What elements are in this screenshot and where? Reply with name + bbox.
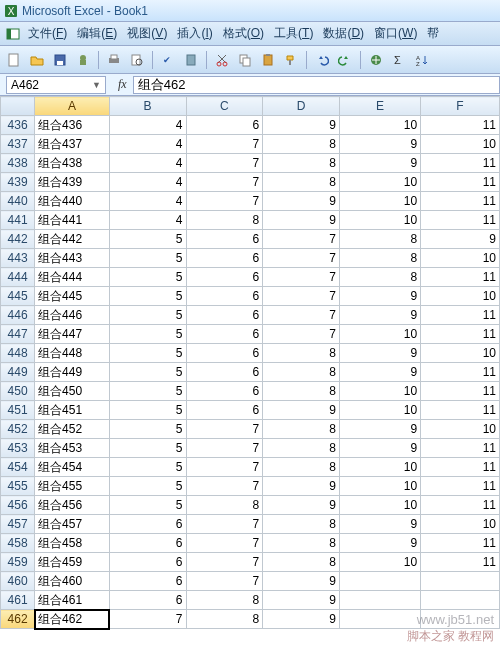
cell[interactable]: 8: [263, 458, 340, 477]
cell[interactable]: 8: [263, 154, 340, 173]
cell[interactable]: 5: [109, 268, 186, 287]
cell[interactable]: 6: [186, 230, 263, 249]
cell[interactable]: 10: [421, 287, 500, 306]
cell[interactable]: 组合440: [35, 192, 110, 211]
menu-insert[interactable]: 插入(I): [173, 23, 216, 44]
cell[interactable]: 组合455: [35, 477, 110, 496]
cell[interactable]: 8: [263, 382, 340, 401]
cell[interactable]: 9: [263, 591, 340, 610]
row-header[interactable]: 461: [1, 591, 35, 610]
row-header[interactable]: 446: [1, 306, 35, 325]
cell[interactable]: 6: [186, 287, 263, 306]
cell[interactable]: 10: [340, 382, 421, 401]
cell[interactable]: 8: [263, 135, 340, 154]
cell[interactable]: 6: [186, 116, 263, 135]
cell[interactable]: 5: [109, 420, 186, 439]
cell[interactable]: 组合449: [35, 363, 110, 382]
cell[interactable]: 组合457: [35, 515, 110, 534]
cell[interactable]: 组合438: [35, 154, 110, 173]
row-header[interactable]: 437: [1, 135, 35, 154]
row-header[interactable]: 453: [1, 439, 35, 458]
copy-icon[interactable]: [235, 50, 255, 70]
row-header[interactable]: 459: [1, 553, 35, 572]
cell[interactable]: 8: [263, 420, 340, 439]
cell[interactable]: 5: [109, 382, 186, 401]
row-header[interactable]: 450: [1, 382, 35, 401]
cell[interactable]: 9: [340, 287, 421, 306]
cell[interactable]: 11: [421, 116, 500, 135]
cell[interactable]: 9: [340, 420, 421, 439]
cell[interactable]: 7: [263, 306, 340, 325]
cell[interactable]: 5: [109, 439, 186, 458]
cell[interactable]: 组合444: [35, 268, 110, 287]
cell[interactable]: 5: [109, 458, 186, 477]
cell[interactable]: 10: [421, 420, 500, 439]
menu-window[interactable]: 窗口(W): [370, 23, 421, 44]
menu-edit[interactable]: 编辑(E): [73, 23, 121, 44]
cell[interactable]: 9: [263, 211, 340, 230]
cell[interactable]: [421, 591, 500, 610]
row-header[interactable]: 442: [1, 230, 35, 249]
column-header-A[interactable]: A: [35, 97, 110, 116]
cell[interactable]: [340, 591, 421, 610]
cell[interactable]: 6: [186, 401, 263, 420]
cell[interactable]: [340, 572, 421, 591]
cell[interactable]: 8: [263, 344, 340, 363]
cell[interactable]: 10: [421, 515, 500, 534]
cell[interactable]: 组合450: [35, 382, 110, 401]
cell[interactable]: 7: [186, 477, 263, 496]
cell[interactable]: 7: [186, 173, 263, 192]
cell[interactable]: 组合446: [35, 306, 110, 325]
cell[interactable]: 7: [109, 610, 186, 629]
cell[interactable]: 11: [421, 363, 500, 382]
row-header[interactable]: 441: [1, 211, 35, 230]
cell[interactable]: 6: [186, 363, 263, 382]
cell[interactable]: [340, 610, 421, 629]
cell[interactable]: 5: [109, 344, 186, 363]
cell[interactable]: 8: [186, 610, 263, 629]
cell[interactable]: 9: [340, 439, 421, 458]
cell[interactable]: 5: [109, 249, 186, 268]
cell[interactable]: 8: [340, 268, 421, 287]
cell[interactable]: 11: [421, 325, 500, 344]
cell[interactable]: 11: [421, 154, 500, 173]
cell[interactable]: 11: [421, 496, 500, 515]
cell[interactable]: 7: [186, 439, 263, 458]
row-header[interactable]: 457: [1, 515, 35, 534]
row-header[interactable]: 439: [1, 173, 35, 192]
menu-view[interactable]: 视图(V): [123, 23, 171, 44]
cell[interactable]: 4: [109, 116, 186, 135]
name-box-dropdown-icon[interactable]: ▼: [92, 80, 101, 90]
cell[interactable]: 11: [421, 458, 500, 477]
cell[interactable]: 7: [186, 154, 263, 173]
cell[interactable]: 9: [263, 610, 340, 629]
sort-asc-icon[interactable]: AZ: [412, 50, 432, 70]
cell[interactable]: 7: [186, 135, 263, 154]
cell[interactable]: 组合437: [35, 135, 110, 154]
cell[interactable]: 10: [421, 249, 500, 268]
cell[interactable]: 7: [186, 192, 263, 211]
undo-icon[interactable]: [312, 50, 332, 70]
cell[interactable]: 11: [421, 268, 500, 287]
row-header[interactable]: 449: [1, 363, 35, 382]
cell[interactable]: 6: [186, 382, 263, 401]
cell[interactable]: 6: [186, 325, 263, 344]
row-header[interactable]: 451: [1, 401, 35, 420]
column-header-E[interactable]: E: [340, 97, 421, 116]
redo-icon[interactable]: [335, 50, 355, 70]
cell[interactable]: 8: [340, 249, 421, 268]
row-header[interactable]: 452: [1, 420, 35, 439]
cell[interactable]: 7: [186, 420, 263, 439]
cell[interactable]: 组合445: [35, 287, 110, 306]
autosum-icon[interactable]: Σ: [389, 50, 409, 70]
row-header[interactable]: 445: [1, 287, 35, 306]
cell[interactable]: 11: [421, 211, 500, 230]
cell[interactable]: 7: [263, 268, 340, 287]
cell[interactable]: 11: [421, 401, 500, 420]
cell[interactable]: 10: [421, 135, 500, 154]
cell[interactable]: 11: [421, 382, 500, 401]
cell[interactable]: 6: [186, 249, 263, 268]
cell[interactable]: 10: [340, 173, 421, 192]
cell[interactable]: 8: [186, 211, 263, 230]
cell[interactable]: 组合447: [35, 325, 110, 344]
